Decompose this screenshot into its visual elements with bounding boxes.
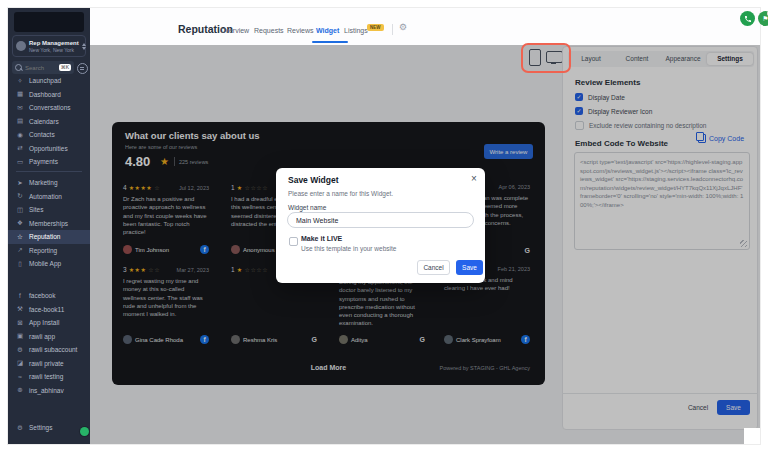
modal-save-button[interactable]: Save <box>456 260 483 275</box>
account-switcher[interactable]: Rep Management New York, New York <box>12 35 86 57</box>
conversations-icon: ✉ <box>16 105 24 112</box>
subaccount-icon: ⚙ <box>16 347 24 354</box>
sidebar-item-rawli-app[interactable]: ▣rawli app <box>8 330 90 344</box>
search-filter-icon[interactable] <box>77 63 88 74</box>
modal-title: Save Widget <box>288 175 338 185</box>
sidebar-menu-custom: ffacebook ⚒face-book11 ⊠App Install ▣raw… <box>8 289 90 397</box>
sidebar-item-ins-abhinav[interactable]: ⊕ins_abhinav <box>8 384 90 398</box>
sidebar-item-automation[interactable]: ↻Automation <box>8 190 90 204</box>
sidebar-item-reputation[interactable]: ☆Reputation <box>8 230 90 244</box>
reporting-icon: ↗ <box>16 247 24 254</box>
annotation-highlight-box <box>521 43 571 73</box>
sidebar: Rep Management New York, New York ⌘K ✧La… <box>8 8 90 444</box>
active-tab-underline <box>312 41 348 43</box>
page-corner-cutout <box>744 428 760 444</box>
tab-requests[interactable]: Requests <box>254 27 284 34</box>
dashboard-icon: ▦ <box>16 91 24 98</box>
mobile-app-icon: ▯ <box>16 261 24 268</box>
tab-widget[interactable]: Widget <box>316 27 339 34</box>
calendar-icon: ▤ <box>16 118 24 125</box>
automation-icon: ↻ <box>16 193 24 200</box>
phone-call-button[interactable] <box>740 11 755 26</box>
sidebar-item-payments[interactable]: ▭Payments <box>8 155 90 169</box>
sidebar-item-reporting[interactable]: ↗Reporting <box>8 244 90 258</box>
modal-cancel-button[interactable]: Cancel <box>417 260 450 275</box>
top-header: Reputation Overview Requests Reviews Wid… <box>90 8 760 46</box>
search-input[interactable] <box>25 65 53 71</box>
make-live-title: Make it LIVE <box>301 235 342 242</box>
make-live-subtitle: Use this template in your website <box>301 245 396 252</box>
gear-icon: ⚙ <box>16 425 24 432</box>
tab-reviews[interactable]: Reviews <box>287 27 313 34</box>
status-green-dot <box>80 427 89 436</box>
sidebar-item-facebook[interactable]: ffacebook <box>8 289 90 303</box>
memberships-icon: ❖ <box>16 220 24 227</box>
search-icon <box>15 64 22 71</box>
opportunities-icon: ⇄ <box>16 145 24 152</box>
private-icon: ◪ <box>16 360 24 367</box>
sidebar-search[interactable]: ⌘K <box>12 61 74 74</box>
app-box-icon: ▣ <box>16 333 24 340</box>
sidebar-item-launchpad[interactable]: ✧Launchpad <box>8 74 90 88</box>
sidebar-item-calendars[interactable]: ▤Calendars <box>8 115 90 129</box>
sidebar-item-rawli-private[interactable]: ◪rawli private <box>8 357 90 371</box>
phone-icon <box>744 15 752 23</box>
sidebar-item-contacts[interactable]: ◉Contacts <box>8 128 90 142</box>
sites-icon: ◫ <box>16 207 24 214</box>
sidebar-item-settings[interactable]: ⚙Settings <box>8 421 90 435</box>
sidebar-menu-main: ✧Launchpad ▦Dashboard ✉Conversations ▤Ca… <box>8 74 90 169</box>
sidebar-menu-tools: ➤Marketing ↻Automation ◫Sites ❖Membershi… <box>8 176 90 271</box>
sidebar-item-rawli-testing[interactable]: ≈rawli testing <box>8 370 90 384</box>
account-location: New York, New York <box>29 47 79 53</box>
modal-subtitle: Please enter a name for this Widget. <box>288 190 393 197</box>
sidebar-item-opportunities[interactable]: ⇄Opportunities <box>8 142 90 156</box>
payments-icon: ▭ <box>16 159 24 166</box>
wrench-icon: ⚒ <box>16 306 24 313</box>
sidebar-item-app-install[interactable]: ⊠App Install <box>8 316 90 330</box>
sidebar-item-mobile-app[interactable]: ▯Mobile App <box>8 257 90 271</box>
wifi-icon: ≈ <box>16 374 24 381</box>
sidebar-item-memberships[interactable]: ❖Memberships <box>8 217 90 231</box>
sidebar-item-rawli-subaccount[interactable]: ⚙rawli subaccount <box>8 343 90 357</box>
sidebar-item-dashboard[interactable]: ▦Dashboard <box>8 88 90 102</box>
tab-overview[interactable]: Overview <box>220 27 249 34</box>
marketing-icon: ➤ <box>16 180 24 187</box>
sidebar-item-conversations[interactable]: ✉Conversations <box>8 101 90 115</box>
tab-divider <box>392 24 393 35</box>
widget-name-label: Widget name <box>288 204 326 211</box>
chevron-updown-icon <box>82 43 86 50</box>
contacts-icon: ◉ <box>16 132 24 139</box>
new-badge: NEW <box>367 24 384 31</box>
app-install-icon: ⊠ <box>16 320 24 327</box>
launchpad-icon: ✧ <box>16 78 24 85</box>
sidebar-item-sites[interactable]: ◫Sites <box>8 203 90 217</box>
sidebar-item-marketing[interactable]: ➤Marketing <box>8 176 90 190</box>
reputation-star-icon: ☆ <box>16 234 24 241</box>
academy-button[interactable]: ⚑ <box>758 11 768 26</box>
sidebar-item-face-book11[interactable]: ⚒face-book11 <box>8 303 90 317</box>
facebook-link-icon: f <box>16 293 24 300</box>
account-name: Rep Management <box>29 40 79 47</box>
app-window: Rep Management New York, New York ⌘K ✧La… <box>8 8 760 444</box>
make-live-checkbox[interactable] <box>289 237 298 246</box>
agency-logo <box>14 12 84 32</box>
account-avatar <box>16 41 26 51</box>
search-shortcut-badge: ⌘K <box>59 64 71 71</box>
sidebar-menu-footer: ⚙Settings <box>8 421 90 435</box>
widget-name-input[interactable] <box>287 212 474 228</box>
listing-settings-gear-icon[interactable]: ⚙ <box>399 23 407 32</box>
sidebar-divider <box>16 171 82 172</box>
tab-listings[interactable]: Listings <box>344 27 368 34</box>
globe-icon: ⊕ <box>16 387 24 394</box>
close-icon[interactable]: × <box>471 173 477 184</box>
